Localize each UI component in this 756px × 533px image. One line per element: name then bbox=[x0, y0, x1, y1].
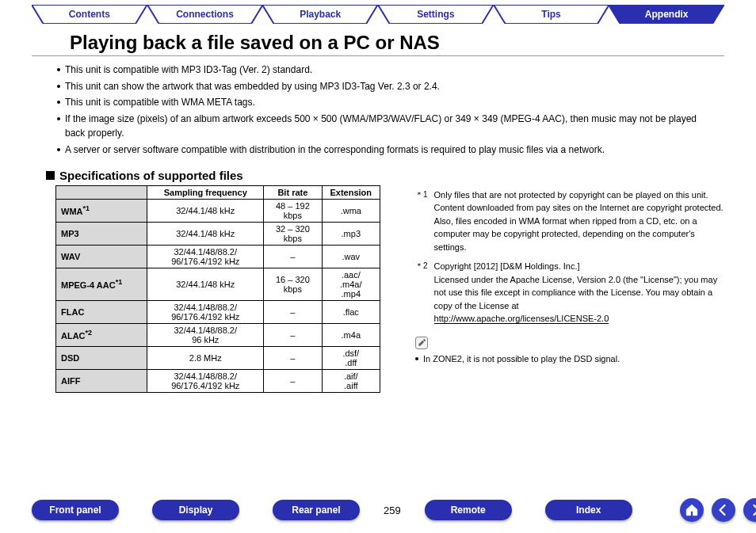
row-sampling: 32/44.1/48/88.2/96/176.4/192 kHz bbox=[147, 300, 264, 323]
remote-button[interactable]: Remote bbox=[425, 500, 512, 520]
table-row: FLAC32/44.1/48/88.2/96/176.4/192 kHz–.fl… bbox=[56, 300, 380, 323]
row-name: DSD bbox=[56, 346, 147, 369]
square-bullet-icon bbox=[46, 171, 55, 180]
intro-list: This unit is compatible with MP3 ID3-Tag… bbox=[0, 63, 756, 158]
row-ext: .wav bbox=[322, 245, 380, 268]
spec-table: Sampling frequencyBit rateExtension WMA*… bbox=[55, 185, 380, 393]
table-row: AIFF32/44.1/48/88.2/96/176.4/192 kHz–.ai… bbox=[56, 369, 380, 392]
row-name: ALAC*2 bbox=[56, 323, 147, 346]
page-title: Playing back a file saved on a PC or NAS bbox=[32, 24, 724, 56]
row-name: WMA*1 bbox=[56, 199, 147, 222]
intro-bullet: This unit can show the artwork that was … bbox=[57, 79, 708, 94]
table-header: Bit rate bbox=[264, 185, 322, 199]
home-button[interactable] bbox=[680, 498, 704, 522]
top-tab-bar: ContentsConnectionsPlaybackSettingsTipsA… bbox=[0, 0, 756, 24]
row-bitrate: – bbox=[264, 300, 322, 323]
prev-page-button[interactable] bbox=[712, 498, 735, 522]
row-bitrate: 32 – 320kbps bbox=[264, 222, 322, 245]
apache-license-link[interactable]: http://www.apache.org/licenses/LICENSE-2… bbox=[434, 314, 609, 324]
section-heading: Specifications of supported files bbox=[46, 169, 756, 182]
table-row: WMA*132/44.1/48 kHz48 – 192kbps.wma bbox=[56, 199, 380, 222]
spec-table-wrapper: Sampling frequencyBit rateExtension WMA*… bbox=[32, 185, 380, 393]
tab-label: Playback bbox=[262, 5, 378, 24]
tab-settings[interactable]: Settings bbox=[378, 5, 494, 24]
page-number: 259 bbox=[384, 504, 401, 516]
row-ext: .wma bbox=[322, 199, 380, 222]
tab-contents[interactable]: Contents bbox=[32, 5, 147, 24]
tab-tips[interactable]: Tips bbox=[494, 5, 609, 24]
row-ext: .m4a bbox=[322, 323, 380, 346]
footnote-1-tag: ＊1 bbox=[415, 188, 428, 254]
rear-panel-button[interactable]: Rear panel bbox=[273, 500, 360, 520]
table-header: Extension bbox=[322, 185, 380, 199]
intro-bullet: A server or server software compatible w… bbox=[57, 143, 708, 158]
table-row: DSD2.8 MHz–.dsf/.dff bbox=[56, 346, 380, 369]
row-bitrate: 16 – 320kbps bbox=[264, 268, 322, 300]
footnote-2: ＊2 Copyright [2012] [D&M Holdings. Inc.]… bbox=[415, 260, 724, 326]
intro-bullet: This unit is compatible with MP3 ID3-Tag… bbox=[57, 63, 708, 78]
tab-appendix[interactable]: Appendix bbox=[609, 5, 724, 24]
row-name: MPEG-4 AAC*1 bbox=[56, 268, 147, 300]
row-name: AIFF bbox=[56, 369, 147, 392]
row-ext: .dsf/.dff bbox=[322, 346, 380, 369]
row-bitrate: 48 – 192kbps bbox=[264, 199, 322, 222]
row-name: FLAC bbox=[56, 300, 147, 323]
zone2-note: In ZONE2, it is not possible to play the… bbox=[415, 352, 724, 366]
tab-label: Appendix bbox=[609, 5, 724, 24]
row-bitrate: – bbox=[264, 346, 322, 369]
section-heading-text: Specifications of supported files bbox=[59, 169, 243, 182]
footnote-1-text: Only files that are not protected by cop… bbox=[434, 188, 724, 254]
row-name: MP3 bbox=[56, 222, 147, 245]
footnote-2-tag: ＊2 bbox=[415, 260, 428, 326]
row-ext: .aac/.m4a/.mp4 bbox=[322, 268, 380, 300]
tab-label: Connections bbox=[147, 5, 263, 24]
tab-connections[interactable]: Connections bbox=[147, 5, 263, 24]
row-bitrate: – bbox=[264, 323, 322, 346]
table-row: MPEG-4 AAC*132/44.1/48 kHz16 – 320kbps.a… bbox=[56, 268, 380, 300]
table-header: Sampling frequency bbox=[147, 185, 264, 199]
tab-label: Tips bbox=[494, 5, 609, 24]
row-sampling: 32/44.1/48/88.2/96/176.4/192 kHz bbox=[147, 245, 264, 268]
row-ext: .flac bbox=[322, 300, 380, 323]
row-bitrate: – bbox=[264, 369, 322, 392]
pencil-note-icon bbox=[415, 337, 428, 349]
row-sampling: 32/44.1/48/88.2/96/176.4/192 kHz bbox=[147, 369, 264, 392]
footnote-2-text: Copyright [2012] [D&M Holdings. Inc.]Lic… bbox=[434, 260, 724, 326]
front-panel-button[interactable]: Front panel bbox=[32, 500, 119, 520]
table-row: ALAC*232/44.1/48/88.2/96 kHz–.m4a bbox=[56, 323, 380, 346]
display-button[interactable]: Display bbox=[152, 500, 239, 520]
tab-label: Contents bbox=[32, 5, 147, 24]
footnotes-column: ＊1 Only files that are not protected by … bbox=[415, 185, 724, 393]
row-ext: .mp3 bbox=[322, 222, 380, 245]
footnote-1: ＊1 Only files that are not protected by … bbox=[415, 188, 724, 254]
zone2-note-text: In ZONE2, it is not possible to play the… bbox=[423, 352, 620, 366]
table-header bbox=[56, 185, 147, 199]
row-sampling: 32/44.1/48 kHz bbox=[147, 268, 264, 300]
row-sampling: 32/44.1/48/88.2/96 kHz bbox=[147, 323, 264, 346]
row-sampling: 32/44.1/48 kHz bbox=[147, 199, 264, 222]
index-button[interactable]: Index bbox=[545, 500, 632, 520]
table-row: MP332/44.1/48 kHz32 – 320kbps.mp3 bbox=[56, 222, 380, 245]
row-bitrate: – bbox=[264, 245, 322, 268]
intro-bullet: This unit is compatible with WMA META ta… bbox=[57, 95, 708, 110]
intro-bullet: If the image size (pixels) of an album a… bbox=[57, 112, 708, 141]
row-sampling: 32/44.1/48 kHz bbox=[147, 222, 264, 245]
row-name: WAV bbox=[56, 245, 147, 268]
bottom-nav-bar: Front panelDisplayRear panel 259 RemoteI… bbox=[0, 498, 756, 522]
table-row: WAV32/44.1/48/88.2/96/176.4/192 kHz–.wav bbox=[56, 245, 380, 268]
row-sampling: 2.8 MHz bbox=[147, 346, 264, 369]
tab-label: Settings bbox=[378, 5, 494, 24]
row-ext: .aif/.aiff bbox=[322, 369, 380, 392]
next-page-button[interactable] bbox=[743, 498, 756, 522]
tab-playback[interactable]: Playback bbox=[262, 5, 378, 24]
